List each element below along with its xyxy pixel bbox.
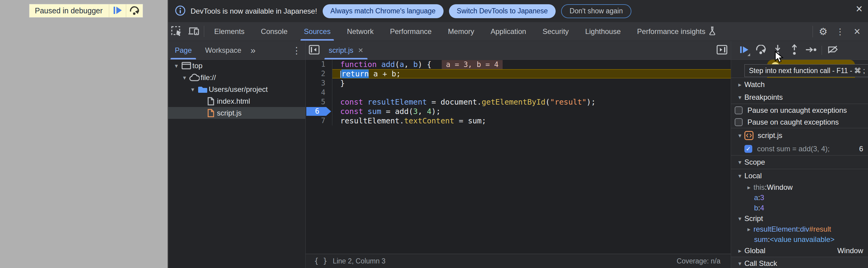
pause-on-uncaught-exceptions[interactable]: Pause on uncaught exceptions [731,104,868,116]
code-line-4[interactable]: 4 [306,88,731,97]
overlay-step-over-button[interactable] [126,4,143,17]
expander-icon[interactable]: ▸ [735,247,744,255]
tab-application[interactable]: Application [482,22,534,41]
code-editor[interactable]: 1function add(a, b) {a = 3, b = 42return… [306,60,731,254]
code-text[interactable]: return a + b; [332,69,731,79]
call-stack-section[interactable]: ▾Call Stack [731,257,868,268]
inspect-element-button[interactable] [168,22,185,41]
more-options-button[interactable]: ⋮ [832,22,848,41]
close-devtools-button[interactable]: × [848,22,866,41]
step-out-button[interactable] [786,41,803,60]
breakpoint-file-group[interactable]: ▾script.js [731,128,868,143]
gutter-line-2[interactable]: 2 [306,69,332,79]
scope-sum[interactable]: sum: <value unavailable> [731,234,868,245]
expander-icon[interactable]: ▾ [735,132,744,139]
tree-item-top[interactable]: ▾top [168,60,305,71]
tab-elements[interactable]: Elements [206,22,253,41]
row-text: <value unavailable> [770,235,835,244]
overlay-resume-button[interactable] [109,4,126,17]
code-line-3[interactable]: 3} [306,79,731,88]
code-text[interactable]: const sum = add(3, 4); [332,107,731,116]
expander-icon[interactable]: ▸ [744,184,753,191]
tree-item-users-user-project[interactable]: ▾Users/user/project [168,83,305,95]
infobar-close-icon[interactable]: × [856,3,863,14]
scope-section[interactable]: ▾Scope [731,155,868,169]
switch-to-japanese-button[interactable]: Switch DevTools to Japanese [449,4,556,18]
tab-sources[interactable]: Sources [296,22,339,41]
scope-global[interactable]: ▸GlobalWindow [731,245,868,257]
gutter-line-6[interactable]: 6 [306,107,332,116]
step-button[interactable] [803,41,819,60]
tab-workspace[interactable]: Workspace [198,41,248,59]
gutter-line-5[interactable]: 5 [306,97,332,107]
code-text[interactable] [332,88,731,97]
tree-item-script-js[interactable]: script.js [168,107,305,119]
always-match-language-button[interactable]: Always match Chrome's language [323,4,443,18]
tree-item-file-[interactable]: ▾file:// [168,71,305,83]
tab-performance[interactable]: Performance [382,22,440,41]
expander-icon[interactable]: ▾ [735,94,744,101]
row-text: b [754,204,758,212]
breakpoints-section[interactable]: ▾Breakpoints [731,91,868,104]
step-over-button[interactable] [752,41,769,60]
tab-console[interactable]: Console [253,22,296,41]
code-text[interactable]: function add(a, b) {a = 3, b = 4 [332,60,731,69]
tab-lighthouse[interactable]: Lighthouse [577,22,629,41]
tab-security[interactable]: Security [534,22,577,41]
code-text[interactable]: resultElement.textContent = sum; [332,116,731,125]
breakpoint-entry[interactable]: ✓const sum = add(3, 4);6 [731,143,868,155]
scope-resultelement[interactable]: ▸resultElement: div#result [731,224,868,234]
code-token: ; [482,116,486,125]
info-icon [175,5,186,17]
expander-icon[interactable]: ▾ [735,158,744,166]
tab-page[interactable]: Page [168,41,198,59]
tab-performance-insights[interactable]: Performance insights [629,22,724,41]
gutter-line-1[interactable]: 1 [306,60,332,69]
watch-section[interactable]: ▸Watch [731,78,868,91]
gutter-line-7[interactable]: 7 [306,116,332,125]
code-line-6[interactable]: 6const sum = add(3, 4); [306,107,731,116]
device-toolbar-button[interactable] [185,22,202,41]
gutter-line-4[interactable]: 4 [306,88,332,97]
code-line-2[interactable]: 2return a + b; [306,69,731,79]
dont-show-again-button[interactable]: Don't show again [561,4,631,18]
scope-script[interactable]: ▾Script [731,213,868,224]
code-text[interactable]: const resultElement = document.getElemen… [332,97,731,107]
scope-this[interactable]: ▸this: Window [731,182,868,192]
expander-icon[interactable]: ▸ [735,81,744,88]
pause-on-caught-exceptions[interactable]: Pause on caught exceptions [731,116,868,128]
close-tab-icon[interactable]: × [358,46,363,55]
deactivate-breakpoints-button[interactable] [825,41,841,60]
checkbox-unchecked[interactable] [735,118,743,126]
more-tabs-chevron-icon[interactable]: » [248,41,258,59]
hide-debugger-sidebar-button[interactable] [716,41,728,60]
expander-icon[interactable]: ▾ [189,86,197,93]
expander-icon[interactable]: ▾ [735,215,744,222]
expander-icon[interactable]: ▸ [744,226,753,233]
expander-icon[interactable]: ▾ [735,172,744,179]
checkbox-checked[interactable]: ✓ [744,145,752,153]
tree-item-index-html[interactable]: index.html [168,95,305,107]
resume-button[interactable] [736,41,752,60]
file-tab-scriptjs[interactable]: script.js × [323,41,369,59]
code-line-5[interactable]: 5const resultElement = document.getEleme… [306,97,731,107]
pretty-print-button[interactable]: { } [306,257,333,265]
expander-icon[interactable]: ▾ [181,74,188,81]
gutter-line-3[interactable]: 3 [306,79,332,88]
settings-button[interactable]: ⚙ [815,22,832,41]
hide-navigator-button[interactable] [306,41,323,59]
expander-icon[interactable]: ▾ [173,62,180,69]
expander-icon[interactable]: ▾ [735,260,744,267]
checkbox-unchecked[interactable] [735,107,743,114]
tab-network[interactable]: Network [339,22,382,41]
code-line-1[interactable]: 1function add(a, b) {a = 3, b = 4 [306,60,731,69]
tab-memory[interactable]: Memory [440,22,483,41]
code-text[interactable]: } [332,79,731,88]
scope-local[interactable]: ▾Local [731,169,868,182]
scope-var-b[interactable]: b: 4 [731,203,868,213]
breakpoint-marker[interactable]: 6 [306,107,331,116]
navigator-more-options-button[interactable]: ⋮ [292,41,301,60]
code-line-7[interactable]: 7resultElement.textContent = sum; [306,116,731,125]
code-token: return [341,69,369,78]
scope-var-a[interactable]: a: 3 [731,192,868,203]
